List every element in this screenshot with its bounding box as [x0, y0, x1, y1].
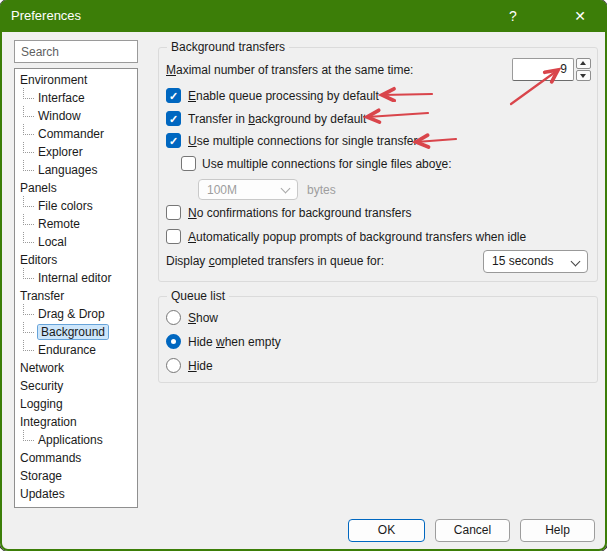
checkbox-no-confirmations-label[interactable]: No confirmations for background transfer… — [188, 205, 411, 221]
checkbox-multiple-connections-label[interactable]: Use multiple connections for single tran… — [188, 133, 417, 149]
checkbox-multiple-connections-size-label[interactable]: Use multiple connections for single file… — [202, 156, 451, 172]
tree-connector — [23, 106, 34, 117]
radio-hide[interactable] — [166, 358, 181, 373]
preferences-dialog: Preferences ? ✕ Environment Interface Wi… — [0, 0, 607, 551]
tree-connector — [23, 124, 34, 135]
tree-connector — [23, 214, 34, 225]
sidebar-item-updates[interactable]: Updates — [15, 485, 137, 503]
sidebar-item-editors[interactable]: Editors — [15, 251, 137, 269]
titlebar-help-button[interactable]: ? — [496, 0, 530, 32]
tree-connector — [23, 196, 34, 207]
sidebar-item-environment[interactable]: Environment — [15, 71, 137, 89]
sidebar-item-security[interactable]: Security — [15, 377, 137, 395]
display-completed-label: Display completed transfers in queue for… — [166, 253, 384, 269]
chevron-down-icon — [281, 184, 291, 194]
tree-connector — [23, 232, 34, 243]
display-completed-combo[interactable]: 15 seconds — [483, 250, 588, 273]
tree-connector — [23, 268, 34, 279]
radio-hide-when-empty-label[interactable]: Hide when empty — [188, 334, 281, 350]
sidebar-item-remote[interactable]: Remote — [15, 215, 137, 233]
checkbox-transfer-in-background[interactable]: ✓ — [166, 111, 181, 126]
sidebar-item-background[interactable]: Background — [15, 323, 137, 341]
group-title: Background transfers — [167, 40, 289, 55]
sidebar-item-integration[interactable]: Integration — [15, 413, 137, 431]
tree-connector — [23, 322, 34, 333]
check-icon: ✓ — [167, 112, 180, 126]
checkbox-popup-prompts[interactable]: ✓ — [166, 229, 181, 244]
tree-connector — [23, 304, 34, 315]
max-transfers-spinner[interactable]: 9 — [512, 58, 574, 81]
tree-connector — [23, 160, 34, 171]
sidebar-item-internal-editor[interactable]: Internal editor — [15, 269, 137, 287]
radio-show[interactable] — [166, 310, 181, 325]
sidebar-item-local[interactable]: Local — [15, 233, 137, 251]
checkbox-no-confirmations[interactable]: ✓ — [166, 205, 181, 220]
spin-down-button[interactable] — [576, 70, 591, 81]
bytes-unit-label: bytes — [307, 182, 336, 198]
sidebar-item-network[interactable]: Network — [15, 359, 137, 377]
sidebar-item-file-colors[interactable]: File colors — [15, 197, 137, 215]
title-bar: Preferences ? ✕ — [0, 0, 607, 32]
radio-show-label[interactable]: Show — [188, 310, 218, 326]
sidebar-item-explorer[interactable]: Explorer — [15, 143, 137, 161]
radio-hide-when-empty[interactable] — [166, 334, 181, 349]
checkbox-enable-queue-processing-label[interactable]: Enable queue processing by default — [188, 88, 379, 104]
radio-hide-label[interactable]: Hide — [188, 358, 213, 374]
spin-down-icon — [580, 74, 586, 78]
checkbox-enable-queue-processing[interactable]: ✓ — [166, 88, 181, 103]
ok-button[interactable]: OK — [348, 519, 425, 542]
spin-up-icon — [580, 61, 586, 65]
tree-connector — [23, 88, 34, 99]
sidebar-item-commands[interactable]: Commands — [15, 449, 137, 467]
sidebar-item-storage[interactable]: Storage — [15, 467, 137, 485]
sidebar-item-endurance[interactable]: Endurance — [15, 341, 137, 359]
sidebar-item-transfer[interactable]: Transfer — [15, 287, 137, 305]
group-title: Queue list — [167, 289, 229, 304]
sidebar-item-commander[interactable]: Commander — [15, 125, 137, 143]
spin-up-button[interactable] — [576, 58, 591, 69]
close-icon[interactable]: ✕ — [563, 0, 597, 32]
sidebar-item-window[interactable]: Window — [15, 107, 137, 125]
checkbox-multiple-connections[interactable]: ✓ — [166, 133, 181, 148]
sidebar-item-logging[interactable]: Logging — [15, 395, 137, 413]
sidebar-item-interface[interactable]: Interface — [15, 89, 137, 107]
help-button[interactable]: Help — [520, 519, 595, 542]
search-input[interactable] — [14, 40, 138, 63]
check-icon: ✓ — [167, 134, 180, 148]
tree-connector — [23, 142, 34, 153]
check-icon: ✓ — [167, 89, 180, 103]
sidebar-item-drag-and-drop[interactable]: Drag & Drop — [15, 305, 137, 323]
sidebar-item-applications[interactable]: Applications — [15, 431, 137, 449]
max-transfers-label: Maximal number of transfers at the same … — [166, 62, 413, 78]
cancel-button[interactable]: Cancel — [435, 519, 510, 542]
sidebar-item-languages[interactable]: Languages — [15, 161, 137, 179]
tree-connector — [23, 340, 34, 351]
window-title: Preferences — [11, 8, 81, 23]
tree-connector — [23, 430, 34, 441]
size-threshold-combo: 100M — [198, 179, 298, 200]
checkbox-transfer-in-background-label[interactable]: Transfer in background by default — [188, 111, 366, 127]
checkbox-popup-prompts-label[interactable]: Automatically popup prompts of backgroun… — [188, 229, 526, 245]
chevron-down-icon — [571, 257, 581, 267]
checkbox-multiple-connections-size[interactable]: ✓ — [181, 156, 196, 171]
settings-tree: Environment Interface Window Commander E… — [14, 68, 138, 508]
sidebar-item-panels[interactable]: Panels — [15, 179, 137, 197]
